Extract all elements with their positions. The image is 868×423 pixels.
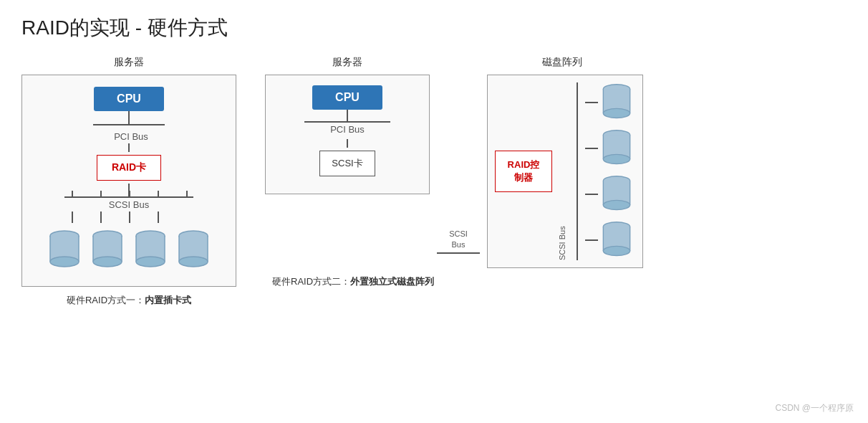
- diagrams-row: 服务器 CPU PCI Bus R: [21, 56, 847, 307]
- right-disk-row-1: [585, 82, 635, 123]
- raid-controller-section: RAID控 制器: [495, 82, 552, 260]
- right-server-box: CPU PCI Bus SCSI卡: [265, 75, 430, 194]
- scsi-bus-line-left: [64, 196, 193, 198]
- left-section-label: 服务器: [114, 56, 144, 69]
- right-disk-column: [585, 82, 635, 260]
- right-disk-row-2: [585, 128, 635, 168]
- raid-controller-box: RAID控 制器: [495, 151, 552, 192]
- cpu-to-pci-line: [128, 111, 130, 124]
- right-disk-1: [598, 82, 635, 123]
- left-pci-bus-label: PCI Bus: [114, 131, 148, 142]
- left-disk-4: [176, 229, 211, 272]
- array-connector-area: SCSI Bus: [559, 82, 635, 260]
- left-disk-2: [90, 229, 125, 272]
- right-disk-row-4: [585, 220, 635, 260]
- right-labels-row: 服务器 磁盘阵列: [265, 56, 695, 69]
- right-disk-3: [598, 174, 635, 214]
- scsi-vert-line: [577, 82, 578, 260]
- page-container: RAID的实现 - 硬件方式 服务器 CPU PCI Bus: [0, 0, 868, 423]
- svg-point-9: [93, 257, 122, 267]
- middle-connector: SCSIBus: [430, 229, 487, 268]
- right-pci-to-scsi-line: [347, 139, 348, 148]
- svg-point-14: [136, 257, 165, 267]
- scsi-bus-vert-label: SCSI Bus: [558, 82, 566, 260]
- right-main-content: CPU PCI Bus SCSI卡 SCSIBus: [265, 75, 643, 268]
- left-disk-1: [47, 229, 82, 272]
- right-disk-4: [598, 220, 635, 260]
- disk-horiz-connector-3: [585, 194, 598, 195]
- pci-bus-line: [93, 124, 165, 125]
- right-disk-2: [598, 128, 635, 168]
- left-cpu-box: CPU: [94, 87, 164, 111]
- left-raid-card: RAID卡: [97, 155, 161, 181]
- scsi-bus-conn-label: SCSIBus: [449, 229, 468, 249]
- right-cpu-box: CPU: [312, 85, 382, 110]
- right-pci-label: PCI Bus: [330, 124, 365, 135]
- left-server-box: CPU PCI Bus RAID卡: [21, 75, 236, 287]
- svg-point-24: [603, 108, 630, 118]
- disk-horiz-connector-4: [585, 239, 598, 241]
- svg-point-19: [179, 257, 208, 267]
- right-scsi-card: SCSI卡: [319, 151, 375, 176]
- watermark: CSDN @一个程序原: [775, 402, 854, 414]
- disk-array-outer-box: RAID控 制器 SCSI Bus: [487, 75, 643, 268]
- disk-horiz-connector-2: [585, 148, 598, 149]
- left-disk-row: [47, 229, 211, 272]
- svg-point-39: [603, 246, 630, 255]
- right-cpu-line: [347, 110, 348, 121]
- left-scsi-bus-label: SCSI Bus: [109, 199, 149, 210]
- left-disk-3: [133, 229, 168, 272]
- right-caption: 硬件RAID方式二：外置独立式磁盘阵列: [265, 275, 434, 288]
- svg-point-29: [603, 154, 630, 163]
- left-caption: 硬件RAID方式一：内置插卡式: [67, 294, 191, 307]
- diagram-right: 服务器 磁盘阵列 CPU PCI Bus SCSI卡 SCSIBus: [265, 56, 695, 288]
- right-server-label: 服务器: [265, 56, 430, 69]
- scsi-horiz-line: [437, 252, 480, 254]
- svg-point-4: [50, 257, 79, 267]
- svg-point-34: [603, 200, 630, 209]
- pci-to-raid-line: [128, 143, 130, 152]
- right-array-label: 磁盘阵列: [430, 56, 695, 69]
- page-title: RAID的实现 - 硬件方式: [21, 14, 847, 42]
- right-disk-row-3: [585, 174, 635, 214]
- diagram-left: 服务器 CPU PCI Bus R: [21, 56, 236, 307]
- right-pci-bus-line: [304, 121, 390, 123]
- disk-horiz-connector-1: [585, 102, 598, 103]
